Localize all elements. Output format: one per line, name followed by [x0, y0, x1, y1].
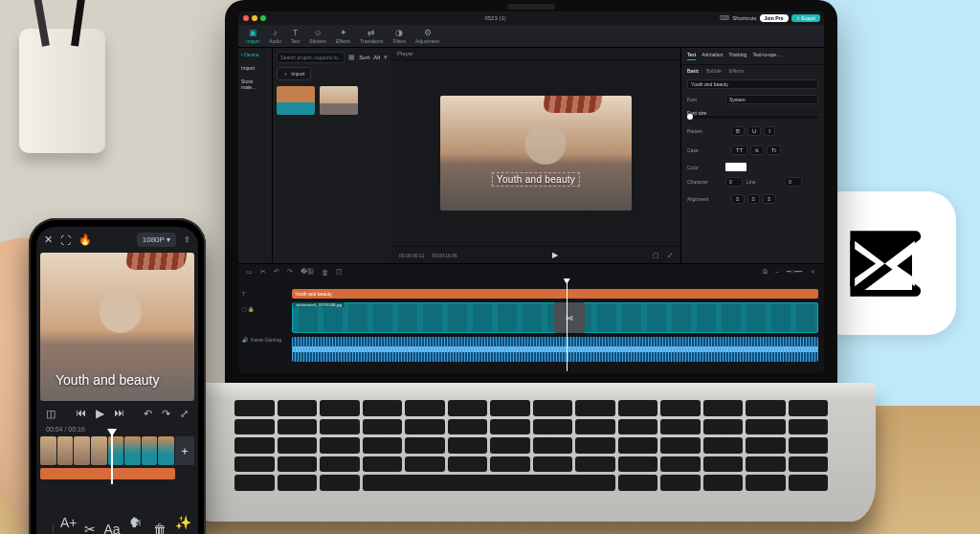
- track-label-audio[interactable]: 🔊 Kame Gaming: [242, 337, 288, 343]
- text-content-field[interactable]: Youth and beauty: [687, 79, 818, 89]
- player-stage[interactable]: Youth and beauty: [391, 60, 680, 246]
- phone-export-icon[interactable]: ⇪: [184, 235, 190, 244]
- tab-tts[interactable]: Text-to-spe…: [752, 52, 781, 60]
- phone-clip-strip[interactable]: ＋: [40, 436, 194, 465]
- media-side-device[interactable]: • Device: [241, 52, 269, 57]
- tl-cut-icon[interactable]: ✂: [260, 268, 266, 276]
- track-label-video[interactable]: ▢ 🔒: [242, 306, 288, 312]
- audio-clip[interactable]: [292, 337, 818, 362]
- character-spacing-value[interactable]: 0: [725, 177, 743, 187]
- toolbar-stickers[interactable]: ☺ Stickers: [309, 28, 326, 44]
- case-upper[interactable]: TT: [731, 145, 747, 155]
- phone-text-clip[interactable]: [40, 468, 175, 479]
- phone-full-icon[interactable]: ⤢: [180, 408, 189, 420]
- phone-undo-icon[interactable]: ↶: [144, 408, 152, 420]
- tl-zoom-slider[interactable]: ━○━━: [787, 268, 802, 276]
- tl-redo-icon[interactable]: ↷: [287, 268, 293, 276]
- expand-icon[interactable]: ⛶: [60, 234, 71, 246]
- grid-view-icon[interactable]: ▦: [348, 54, 355, 61]
- export-button[interactable]: ⇪ Export: [791, 14, 820, 22]
- phone-redo-icon[interactable]: ↷: [162, 408, 170, 420]
- import-media-button[interactable]: ＋ Import: [277, 67, 311, 80]
- transition-gap[interactable]: ⋈: [554, 302, 585, 333]
- tl-undo-icon[interactable]: ↶: [274, 268, 279, 276]
- italic-toggle[interactable]: I: [764, 126, 775, 136]
- phone-play-button[interactable]: ▶: [96, 407, 104, 420]
- tl-split-icon[interactable]: �裂: [301, 267, 314, 277]
- font-size-slider[interactable]: [687, 116, 818, 119]
- font-select[interactable]: System: [725, 95, 818, 104]
- bold-toggle[interactable]: B: [731, 126, 745, 136]
- toolbar-text[interactable]: T Text: [291, 28, 300, 44]
- play-button[interactable]: ▶: [552, 251, 558, 259]
- chevron-down-icon[interactable]: ▾: [384, 54, 388, 61]
- phone-crop-icon[interactable]: ◫: [46, 408, 56, 420]
- phone-text-overlay[interactable]: Youth and beauty: [56, 372, 159, 388]
- resolution-selector[interactable]: 1080P ▾: [137, 233, 176, 247]
- phone-back-button[interactable]: ‹: [42, 529, 47, 534]
- underline-toggle[interactable]: U: [747, 126, 761, 136]
- tl-delete-icon[interactable]: 🗑: [322, 269, 328, 276]
- color-swatch[interactable]: [725, 163, 746, 171]
- maximize-dot[interactable]: [260, 15, 266, 21]
- sort-value[interactable]: All: [373, 55, 380, 60]
- case-title[interactable]: Tt: [767, 145, 781, 155]
- subtab-effects[interactable]: Effects: [729, 68, 744, 74]
- phone-tool-addtext[interactable]: A+ Add text: [59, 515, 78, 534]
- tl-zoom-out-icon[interactable]: −: [775, 269, 779, 276]
- close-dot[interactable]: [243, 15, 249, 21]
- text-clip[interactable]: Youth and beauty: [292, 289, 818, 299]
- line-spacing-value[interactable]: 0: [785, 177, 802, 187]
- toolbar-audio[interactable]: ♪ Audio: [269, 28, 281, 44]
- phone-add-clip-button[interactable]: ＋: [175, 436, 194, 465]
- toolbar-transitions[interactable]: ⇄ Transitions: [360, 28, 383, 44]
- minimize-dot[interactable]: [252, 15, 257, 21]
- subtab-basic[interactable]: Basic: [687, 68, 699, 74]
- phone-tool-tts[interactable]: 🗣 Text to speech: [124, 515, 146, 534]
- toolbar-import[interactable]: ▣ Import: [246, 28, 259, 44]
- align-right[interactable]: ≡: [763, 194, 776, 204]
- sort-label[interactable]: Sort: [359, 55, 369, 60]
- media-side-stock[interactable]: Stock mate…: [241, 78, 269, 90]
- join-pro-button[interactable]: Join Pro: [760, 14, 789, 22]
- tab-animation[interactable]: Animation: [702, 52, 723, 60]
- trending-icon[interactable]: 🔥: [78, 234, 92, 246]
- playhead[interactable]: [567, 281, 568, 371]
- window-traffic-lights[interactable]: [238, 12, 271, 24]
- toolbar-effects[interactable]: ✦ Effects: [336, 28, 350, 44]
- ratio-icon[interactable]: ▢: [653, 252, 659, 259]
- tab-tracking[interactable]: Tracking: [728, 52, 746, 60]
- tl-magnet-icon[interactable]: ⧉: [763, 268, 768, 276]
- align-left[interactable]: ≡: [731, 194, 745, 204]
- media-thumb-1[interactable]: [320, 86, 358, 115]
- tab-text[interactable]: Text: [687, 52, 696, 60]
- phone-tool-delete[interactable]: 🗑 Delete: [150, 522, 169, 534]
- phone-tool-split[interactable]: ✂ Split: [81, 522, 100, 534]
- media-thumb-0[interactable]: [277, 86, 315, 115]
- subtab-bubble[interactable]: Bubble: [706, 68, 722, 74]
- media-search-input[interactable]: [277, 52, 345, 63]
- shortcuts-icon[interactable]: ⌨: [720, 14, 729, 22]
- track-label-text[interactable]: T: [242, 291, 288, 297]
- phone-prev-icon[interactable]: ⏮: [76, 407, 86, 420]
- tl-crop-icon[interactable]: ◫: [336, 268, 343, 276]
- tl-select-icon[interactable]: ▭: [246, 268, 253, 276]
- toolbar-filters[interactable]: ◑ Filters: [392, 28, 406, 44]
- shortcuts-label[interactable]: Shortcuts: [732, 15, 756, 21]
- phone-timeline[interactable]: ＋: [40, 436, 194, 482]
- case-lower[interactable]: tt: [750, 145, 763, 155]
- phone-tool-style[interactable]: Aa Style: [103, 522, 122, 534]
- media-side-import[interactable]: Import: [241, 65, 269, 71]
- close-icon[interactable]: ✕: [44, 234, 53, 246]
- toolbar-adjustment[interactable]: ⚙ Adjustment: [415, 28, 439, 44]
- fullscreen-icon[interactable]: ⤢: [667, 252, 673, 259]
- preview-canvas[interactable]: Youth and beauty: [440, 96, 632, 211]
- phone-tool-aicha[interactable]: ✨ AI Cha…: [173, 515, 192, 534]
- phone-playhead[interactable]: [111, 433, 113, 484]
- timeline-tracks[interactable]: T ▢ 🔒 🔊 Kame Gaming Youth and beauty shu…: [238, 279, 824, 373]
- tl-zoom-in-icon[interactable]: ＋: [810, 267, 816, 277]
- text-overlay[interactable]: Youth and beauty: [493, 173, 579, 186]
- phone-preview[interactable]: Youth and beauty: [40, 253, 194, 401]
- phone-next-icon[interactable]: ⏭: [114, 407, 124, 420]
- align-center[interactable]: ≡: [747, 194, 761, 204]
